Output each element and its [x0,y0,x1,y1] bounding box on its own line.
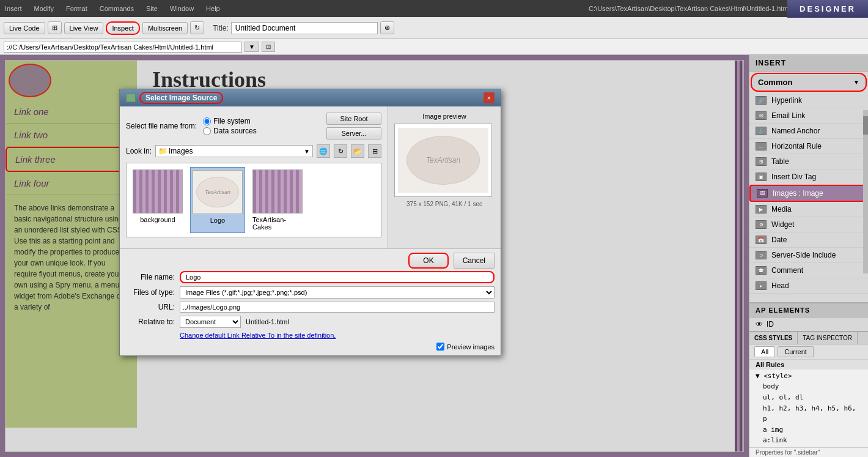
look-in-value: Images [169,147,303,155]
menu-commands[interactable]: Commands [100,5,134,12]
insert-item-hyperlink[interactable]: 🔗 Hyperlink [749,93,868,108]
insert-item-images[interactable]: 🖼 Images : Image [749,185,868,202]
email-link-icon: ✉ [756,111,767,120]
preview-size-info: 375 x 152 PNG, 41K / 1 sec [394,201,495,207]
dialog-title: Select Image Source [139,94,223,102]
insert-item-head[interactable]: ▸ Head [749,278,868,294]
media-label: Media [771,205,792,214]
table-icon: ⊞ [756,157,767,166]
look-in-refresh-button[interactable]: ↻ [334,144,347,158]
menu-insert[interactable]: Insert [5,5,22,12]
look-in-globe-button[interactable]: 🌐 [317,144,330,158]
insert-panel-header: INSERT [749,55,868,72]
address-input[interactable] [4,42,242,53]
site-root-button[interactable]: Site Root [326,113,381,125]
current-tab-button[interactable]: Current [778,346,814,357]
title-bar: Insert Modify Format Commands Site Windo… [0,0,868,17]
insert-item-comment[interactable]: 💬 Comment [749,263,868,278]
insert-item-named-anchor[interactable]: ⚓ Named Anchor [749,124,868,139]
image-preview-box: TexArtisan [394,124,492,197]
relative-to-select[interactable]: Document [180,316,241,328]
menu-site[interactable]: Site [146,5,158,12]
insert-common-dropdown[interactable]: Common ▼ [751,73,867,92]
dialog-title-icon [126,94,136,102]
insert-item-email-link[interactable]: ✉ Email Link [749,108,868,124]
look-in-folder-button[interactable]: 📂 [351,144,364,158]
change-default-link[interactable]: Change default Link Relative To in the s… [180,332,336,339]
date-icon: 📅 [756,236,767,244]
file-item-background[interactable]: background [130,167,185,233]
hyperlink-icon: 🔗 [756,96,767,105]
look-in-view-button[interactable]: ⊞ [368,144,381,158]
refresh-button[interactable]: ↻ [190,21,204,34]
address-go-button[interactable]: ▼ [245,42,259,52]
insert-item-date[interactable]: 📅 Date [749,232,868,248]
relative-to-label: Relative to: [126,318,175,326]
widget-icon: ⚙ [756,220,767,229]
files-of-type-select[interactable]: Image Files (*.gif;*.jpg;*.jpeg;*.png;*.… [180,286,495,299]
id-label: ID [767,320,774,329]
image-preview-panel: Image preview TexArtisan 375 x 152 PNG, … [388,106,501,248]
file-item-logo[interactable]: TexArtisan Logo [190,167,245,233]
dropdown-arrow-icon: ▼ [853,79,859,86]
insert-div-tag-label: Insert Div Tag [771,173,816,181]
preview-images-checkbox[interactable] [436,343,444,351]
ap-elements-header: AP ELEMENTS [749,303,868,318]
look-in-label: Look in: [126,147,152,155]
head-label: Head [771,281,789,290]
horizontal-rule-label: Horizontal Rule [771,142,822,150]
title-icon-button[interactable]: ⊛ [380,21,394,34]
file-name-texartisan-cakes: TexArtisan-Cakes [252,216,303,231]
menu-help[interactable]: Help [206,5,220,12]
server-side-include-icon: ⊃ [756,251,767,259]
select-image-dialog: Select Image Source × Select file name f… [119,89,501,356]
named-anchor-icon: ⚓ [756,127,767,135]
menu-window[interactable]: Window [170,5,194,12]
file-name-logo: Logo [210,217,225,224]
live-code-icon-button[interactable]: ⊞ [48,21,62,34]
tab-css-styles[interactable]: CSS STYLES [749,332,798,344]
insert-item-horizontal-rule[interactable]: — Horizontal Rule [749,139,868,154]
menu-modify[interactable]: Modify [34,5,54,12]
file-browser: background TexArtisan Logo [126,163,381,237]
table-label: Table [771,157,789,166]
named-anchor-label: Named Anchor [771,127,820,135]
date-label: Date [771,236,787,244]
server-button[interactable]: Server... [326,127,381,139]
page-title-input[interactable] [231,22,378,34]
horizontal-rule-icon: — [756,142,767,150]
main-toolbar: Live Code ⊞ Live View Inspect Multiscree… [0,17,868,39]
preview-label: Image preview [394,113,495,120]
file-name-input[interactable] [180,271,495,283]
url-input[interactable] [180,302,495,313]
cancel-button[interactable]: Cancel [454,253,495,269]
eye-icon: 👁 [756,320,763,329]
dialog-close-button[interactable]: × [484,92,495,103]
tab-tag-inspector[interactable]: TAG INSPECTOR [798,332,858,344]
comment-label: Comment [771,266,803,275]
widget-label: Widget [771,220,794,229]
insert-item-media[interactable]: ▶ Media [749,202,868,217]
files-of-type-label: Files of type: [126,288,175,297]
preview-images-label: Preview images [447,343,495,351]
menu-format[interactable]: Format [66,5,87,12]
insert-item-server-side-include[interactable]: ⊃ Server-Side Include [749,248,868,263]
insert-item-widget[interactable]: ⚙ Widget [749,217,868,232]
media-icon: ▶ [756,205,767,214]
inspect-button[interactable]: Inspect [106,21,139,35]
all-tab-button[interactable]: All [754,346,775,357]
insert-item-table[interactable]: ⊞ Table [749,154,868,169]
live-code-button[interactable]: Live Code [4,22,45,34]
head-icon: ▸ [756,281,767,290]
file-item-texartisan-cakes[interactable]: TexArtisan-Cakes [250,167,305,233]
server-side-include-label: Server-Side Include [771,251,836,259]
ok-button[interactable]: OK [408,253,448,269]
address-action-button[interactable]: ⊡ [262,42,275,52]
multiscreen-button[interactable]: Multiscreen [142,22,188,34]
radio-file-system[interactable]: File system [203,117,257,125]
right-panel: INSERT Common ▼ 🔗 Hyperlink ✉ Email Link… [749,55,868,457]
live-view-button[interactable]: Live View [64,22,104,34]
insert-item-insert-div-tag[interactable]: ▣ Insert Div Tag [749,169,868,185]
radio-data-sources[interactable]: Data sources [203,127,257,135]
email-link-label: Email Link [771,111,805,120]
